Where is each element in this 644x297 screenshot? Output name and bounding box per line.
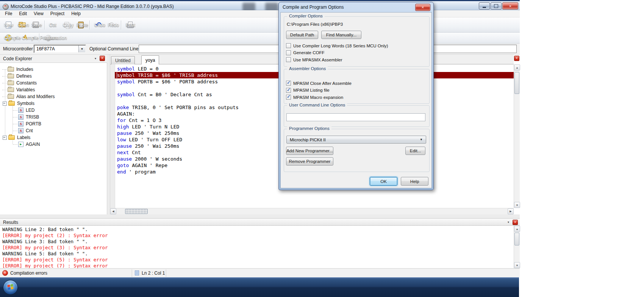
symbol-icon: S (18, 128, 23, 133)
checkbox-label: Use MPASMX Assembler (293, 58, 342, 62)
copy-button: Copy (60, 20, 74, 30)
microcontroller-select[interactable]: 16F877A ▼ (34, 45, 86, 53)
use-compiler-long-words-18-series-mcu-only-row: Use Compiler Long Words (18 Series MCU O… (286, 43, 388, 48)
result-line: WARNING Line 5: Bad token " ". (0, 251, 520, 257)
scrollbar-thumb[interactable] (125, 209, 148, 214)
start-button[interactable] (3, 280, 18, 295)
chevron-down-icon[interactable]: ▼ (420, 138, 423, 141)
status-separator (166, 269, 166, 277)
use-mpasmx-assembler-checkbox[interactable] (286, 57, 291, 62)
tree-item-defines[interactable]: Defines (0, 73, 107, 80)
code-keyword: pause (117, 156, 132, 162)
code-keyword: for (117, 117, 126, 123)
tree-item-labels[interactable]: Labels (0, 134, 107, 141)
compile-program-button[interactable]: Compile Program▾ (19, 33, 37, 43)
chevron-down-icon[interactable]: ▾ (508, 220, 509, 224)
compile-button[interactable]: Compile▾ (2, 33, 19, 43)
edit-programmer-button[interactable]: Edit... (405, 147, 425, 155)
mpasm-listing-file-checkbox[interactable] (286, 88, 291, 93)
paste-button[interactable]: Paste (74, 20, 88, 30)
default-path-button[interactable]: Default Path (286, 31, 318, 39)
scroll-right-button[interactable]: ▶ (508, 208, 514, 214)
folder-open-icon (8, 135, 15, 140)
code-explorer-tree: IncludesDefinesConstantsVariablesAlias a… (0, 63, 107, 214)
scroll-up-button[interactable]: ▲ (514, 226, 520, 232)
tab-yoya[interactable]: yoya (141, 55, 159, 64)
status-message: Compilation errors (10, 270, 47, 276)
minimize-button[interactable] (479, 2, 490, 9)
open-button[interactable]: Open (15, 20, 29, 30)
tree-guide-stub (13, 124, 17, 124)
panel-splitter[interactable] (107, 55, 110, 214)
new-button[interactable]: New (2, 20, 15, 30)
results-vertical-scrollbar[interactable]: ▲ ▼ (514, 226, 520, 268)
code-keyword: symbol (117, 66, 135, 72)
scrollbar-thumb[interactable] (514, 233, 519, 245)
tree-item-portb[interactable]: SPORTB (0, 120, 107, 127)
ok-button[interactable]: OK (370, 177, 397, 186)
symbol-icon: S (18, 121, 23, 127)
chevron-down-icon[interactable]: ▼ (78, 45, 85, 52)
folder-icon (8, 74, 14, 78)
find-manually-button[interactable]: Find Manually... (321, 31, 361, 39)
close-results-button[interactable]: × (513, 220, 518, 225)
tree-item-cnt[interactable]: SCnt (0, 127, 107, 134)
scroll-left-button[interactable]: ◀ (110, 208, 116, 214)
add-new-programmer-button[interactable]: Add New Programmer... (286, 147, 333, 155)
tree-item-includes[interactable]: Includes (0, 66, 107, 73)
close-document-button[interactable]: × (514, 56, 519, 61)
generate-coff-checkbox[interactable] (286, 50, 291, 55)
toolbar-button-label: Print (126, 22, 135, 28)
text-caret (117, 72, 117, 78)
generate-coff-row: Generate COFF (286, 50, 324, 56)
mpasm-macro-expansion-checkbox[interactable] (286, 95, 291, 100)
remove-programmer-button[interactable]: Remove Programmer (286, 157, 333, 166)
maximize-button[interactable] (491, 2, 502, 9)
programmer-select[interactable]: Microchip PICKit II ▼ (286, 136, 426, 144)
error-status-icon: × (2, 270, 8, 276)
tree-item-label: AGAIN (26, 142, 40, 147)
tree-item-symbols[interactable]: Symbols (0, 100, 107, 107)
code-text: 2000 ' W seconds (132, 156, 182, 162)
use-compiler-long-words-18-series-mcu-only-checkbox[interactable] (286, 43, 291, 48)
menu-help[interactable]: Help (68, 10, 84, 17)
windows-flag-pane (11, 287, 14, 289)
scroll-down-button[interactable]: ▼ (514, 262, 520, 268)
tree-item-led[interactable]: SLED (0, 107, 107, 114)
main-toolbar: NewOpenSaveCutCopyPasteUndoRedoPrint (0, 17, 520, 33)
tree-item-again[interactable]: ▶AGAIN (0, 141, 107, 148)
tab-untitled[interactable]: Untitled (111, 56, 135, 64)
programmer-selected-value: Microchip PICKit II (290, 138, 326, 142)
close-button[interactable]: × (502, 2, 518, 9)
scroll-down-button[interactable]: ▼ (514, 202, 520, 208)
help-button[interactable]: Help (401, 177, 428, 186)
undo-button[interactable]: Undo (92, 20, 105, 30)
mpasm-close-after-assemble-checkbox[interactable] (286, 81, 291, 86)
toolbar-button-label: Paste (77, 22, 88, 28)
user-command-line-input[interactable] (286, 113, 425, 121)
scrollbar-thumb[interactable] (514, 72, 519, 94)
collapse-expander-icon[interactable] (3, 102, 7, 106)
tree-item-variables[interactable]: Variables (0, 86, 107, 93)
code-keyword: symbol (117, 72, 135, 78)
menu-view[interactable]: View (30, 10, 47, 17)
tree-item-alias-and-modifiers[interactable]: Alias and Modifiers (0, 93, 107, 100)
menu-edit[interactable]: Edit (16, 10, 30, 17)
chevron-down-icon[interactable]: ▾ (95, 57, 96, 60)
folder-icon (8, 88, 14, 92)
menu-file[interactable]: File (2, 10, 16, 17)
print-button[interactable]: Print (123, 20, 137, 30)
scroll-up-button[interactable]: ▲ (514, 64, 520, 70)
code-text: Cnt (129, 150, 141, 155)
editor-vertical-scrollbar[interactable]: ▲ ▼ (514, 64, 520, 208)
dialog-close-button[interactable]: × (415, 4, 430, 11)
close-panel-button[interactable]: × (100, 56, 105, 61)
tree-item-trisb[interactable]: STRISB (0, 114, 107, 120)
app-icon (3, 4, 9, 10)
tree-item-constants[interactable]: Constants (0, 80, 107, 86)
tree-guide-stub (13, 131, 17, 131)
collapse-expander-icon[interactable] (3, 136, 7, 140)
horizontal-scrollbar[interactable]: ◀ ▶ (110, 208, 514, 214)
compiler-path: C:\Program Files (x86)\PBP3 (287, 22, 343, 27)
menu-project[interactable]: Project (47, 10, 68, 17)
